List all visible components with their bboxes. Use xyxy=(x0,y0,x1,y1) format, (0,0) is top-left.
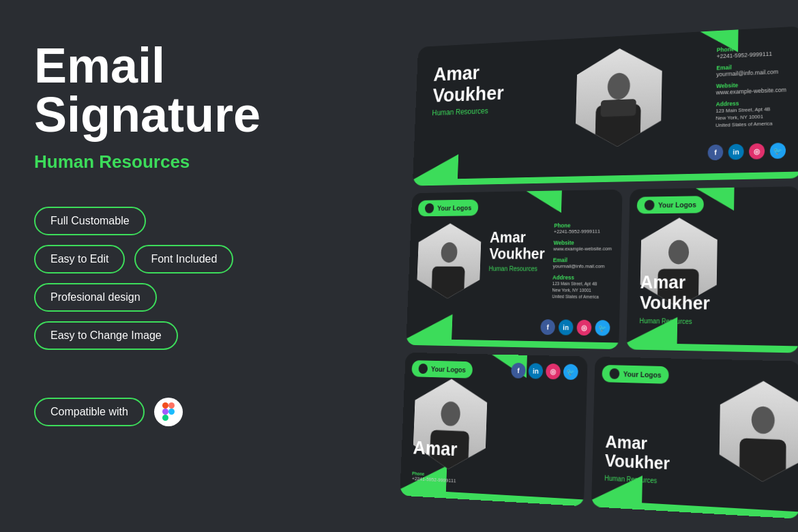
card2-green-corner xyxy=(407,314,453,340)
card2-phone: Phone +2241-5952-9999111 xyxy=(554,222,612,235)
subtitle: Human Resources xyxy=(34,151,307,173)
compatible-row: Compatible with xyxy=(34,398,307,426)
card1-green-bottom-bar xyxy=(413,171,798,186)
svg-rect-3 xyxy=(162,409,168,415)
card2-logo-circle xyxy=(425,203,434,213)
card2-tw-icon: 🐦 xyxy=(595,320,610,336)
card2-logo-text: Your Logos xyxy=(437,204,472,212)
card3-logo-text: Your Logos xyxy=(658,201,696,209)
right-panel: Amar Voukher Human Resources Phone xyxy=(314,0,798,532)
card4-name-line1: Amar xyxy=(413,437,458,460)
card1-website-item: Website www.example-website.com xyxy=(716,80,786,95)
left-panel: Email Signature Human Resources Full Cus… xyxy=(0,0,341,532)
card2-name-area: Amar Voukher Human Resources xyxy=(488,229,545,272)
badge-row-3: Profesional design xyxy=(34,283,307,312)
card1-facebook-icon: f xyxy=(708,145,724,161)
badge-full-customable: Full Customable xyxy=(34,207,146,235)
card1-email-item: Email yourmail@info.mail.com xyxy=(716,61,786,78)
card2-email-value: yourmail@info.mail.com xyxy=(552,263,611,269)
card2-phone-value: +2241-5952-9999111 xyxy=(554,228,612,235)
card3-name-area: Amar Voukher xyxy=(640,273,711,314)
card1-linkedin-icon: in xyxy=(728,144,744,160)
title-line2: Signature xyxy=(34,87,261,142)
card2-website-value: www.example-website.com xyxy=(553,246,612,252)
card2-role: Human Resources xyxy=(488,265,544,272)
card4-tw-icon: 🐦 xyxy=(563,364,578,381)
figma-icon xyxy=(154,398,183,426)
main-title: Email Signature xyxy=(34,41,307,139)
card2-hex xyxy=(416,223,482,299)
svg-point-5 xyxy=(168,409,175,415)
svg-rect-4 xyxy=(162,415,168,421)
card1-person xyxy=(575,46,662,148)
cards-row3: Your Logos f in ◎ 🐦 xyxy=(400,353,798,519)
card3-green-bar xyxy=(626,343,798,353)
card1-name-area: Amar Voukher Human Resources xyxy=(432,61,505,117)
card2-green-bar xyxy=(406,339,619,350)
card2-address: Address 123 Main Street, Apt 4BNew York,… xyxy=(552,274,611,300)
card5-role: Human Resources xyxy=(604,475,657,485)
badge-row-1: Full Customable xyxy=(34,207,307,235)
card3-role: Human Resources xyxy=(639,317,692,325)
card5-name-line1: Amar xyxy=(605,431,647,453)
card1-contact: Phone +2241-5952-9999111 Email yourmail@… xyxy=(715,43,787,134)
card1-phone-item: Phone +2241-5952-9999111 xyxy=(717,43,787,59)
card2-name-line2: Voukher xyxy=(489,246,545,263)
card1-twitter-icon: 🐦 xyxy=(770,143,786,159)
svg-point-15 xyxy=(752,406,775,434)
card2-website: Website www.example-website.com xyxy=(553,239,612,252)
compatible-badge: Compatible with xyxy=(34,398,145,426)
svg-point-11 xyxy=(668,240,690,265)
card4: Your Logos f in ◎ 🐦 xyxy=(400,353,587,507)
card2-fb-icon: f xyxy=(540,319,555,335)
badge-font-included: Font Included xyxy=(134,245,233,274)
card4-ig-icon: ◎ xyxy=(546,364,561,380)
card5-logo-text: Your Logos xyxy=(623,370,662,379)
svg-point-0 xyxy=(154,398,183,426)
card5-green-bar xyxy=(591,500,798,519)
card2-green-corner-tr xyxy=(526,190,562,213)
card2-logo: Your Logos xyxy=(418,199,479,216)
card3-name-line1: Amar xyxy=(640,272,685,293)
badge-easy-to-edit: Easy to Edit xyxy=(34,245,125,274)
card1-hex-photo xyxy=(575,46,662,148)
card4-logo: Your Logos xyxy=(411,360,473,379)
card2-contact: Phone +2241-5952-9999111 Website www.exa… xyxy=(552,222,612,305)
card5-logo-circle xyxy=(609,368,619,379)
card3-logo-circle xyxy=(645,200,655,210)
badge-easy-change-image: Easy to Change Image xyxy=(34,321,178,350)
card2-address-label: Address xyxy=(552,274,611,281)
card1-address-value: 123 Main Street, Apt 4BNew York, NY 1000… xyxy=(715,105,786,130)
card2-website-label: Website xyxy=(553,239,612,246)
card1-social: f in ◎ 🐦 xyxy=(708,143,786,160)
card2-person xyxy=(416,223,482,299)
card1-name-line2: Voukher xyxy=(432,82,504,106)
card2-li-icon: in xyxy=(559,319,574,335)
card4-social: f in ◎ 🐦 xyxy=(511,363,578,381)
cards-bottom-row1: Your Logos Amar Voukher Human Resour xyxy=(406,186,798,353)
card4-name-area: Amar xyxy=(413,437,458,460)
title-line1: Email xyxy=(34,38,165,93)
card1-green-corner-bl xyxy=(413,154,458,180)
card4-logo-text: Your Logos xyxy=(431,365,466,374)
badge-row-2: Easy to Edit Font Included xyxy=(34,245,307,274)
card2-social: f in ◎ 🐦 xyxy=(540,319,610,336)
card1-role: Human Resources xyxy=(432,106,503,117)
card3-name-line2: Voukher xyxy=(640,293,710,314)
card2-address-value: 123 Main Street, Apt 4BNew York, NY 1000… xyxy=(552,280,611,300)
svg-point-9 xyxy=(441,242,458,263)
svg-rect-8 xyxy=(600,99,636,117)
card4-contact: Phone +2241-5952-9999111 xyxy=(412,471,457,486)
card4-fb-icon: f xyxy=(511,363,526,379)
svg-rect-10 xyxy=(431,267,465,299)
card5-name-area: Amar Voukher xyxy=(605,432,670,473)
card1-instagram-icon: ◎ xyxy=(749,143,765,160)
svg-rect-16 xyxy=(739,438,786,484)
card4-li-icon: in xyxy=(528,363,543,379)
cards-container: Amar Voukher Human Resources Phone xyxy=(400,19,798,519)
card2-ig-icon: ◎ xyxy=(576,320,591,336)
card3: Your Logos Amar Voukher Human Resource xyxy=(626,186,798,353)
card4-logo-circle xyxy=(418,364,428,374)
badges-area: Full Customable Easy to Edit Font Includ… xyxy=(34,207,307,350)
card5-person xyxy=(719,380,798,484)
